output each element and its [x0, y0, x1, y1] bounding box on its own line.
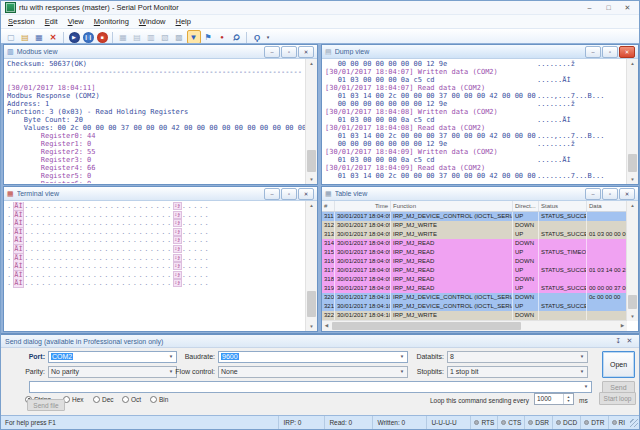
menu-item[interactable]: Window [134, 15, 171, 28]
table-row[interactable]: 31430/01/2017 18:04:09IRP_MJ_READDOWN [322, 239, 627, 248]
stopbits-combobox[interactable]: 1 stop bit▼ [447, 366, 588, 378]
panel-close-icon[interactable]: ✕ [619, 188, 635, 200]
minimize-button[interactable]: – [580, 2, 599, 13]
panel-restore-icon[interactable]: ▫ [281, 188, 297, 200]
menu-item[interactable]: Edit [40, 15, 63, 28]
resize-grip[interactable] [630, 419, 638, 427]
scroll-thumb[interactable] [307, 150, 316, 172]
pin-icon[interactable]: ↧ [613, 337, 624, 345]
scroll-left-icon[interactable]: ◀ [322, 321, 331, 331]
table-row[interactable]: 31830/01/2017 18:04:09IRP_MJ_READDOWN [322, 275, 627, 284]
terminal-vscrollbar[interactable]: ▲ ▼ [305, 201, 317, 331]
menu-item[interactable]: Session [3, 15, 40, 28]
scroll-up-icon[interactable]: ▲ [627, 59, 638, 68]
panel-restore-icon[interactable]: ▫ [281, 46, 297, 58]
zoom-dropdown-icon[interactable]: ▾ [265, 31, 272, 44]
stepper-arrows-icon[interactable]: ▲▼ [563, 394, 573, 404]
panel-minimize-icon[interactable]: – [264, 188, 280, 200]
send-file-button[interactable]: Send file [27, 399, 65, 411]
format-radio[interactable]: Dec [93, 395, 114, 403]
close-button[interactable]: ✕ [618, 2, 637, 13]
scroll-down-icon[interactable]: ▼ [306, 322, 317, 331]
table-row[interactable]: 31330/01/2017 18:04:09IRP_MJ_WRITEUPSTAT… [322, 230, 627, 239]
scroll-thumb[interactable] [332, 322, 521, 330]
open-session-icon[interactable]: ▤ [19, 31, 32, 44]
chevron-down-icon[interactable]: ▼ [581, 382, 591, 392]
new-session-icon[interactable]: ▢ [5, 31, 18, 44]
format-radio[interactable]: Hex [63, 395, 84, 403]
close-session-icon[interactable]: ✕ [47, 31, 60, 44]
panel-close-icon[interactable]: ✕ [298, 188, 314, 200]
loop-interval-stepper[interactable]: 1000▲▼ [534, 393, 574, 405]
close-icon[interactable]: ✕ [624, 337, 635, 345]
table-row[interactable]: 32230/01/2017 18:04:10IRP_MJ_WRITEDOWN [322, 311, 627, 320]
baudrate-combobox[interactable]: 9600▼ [218, 351, 408, 363]
table-vscrollbar[interactable]: ▲ ▼ [626, 201, 638, 321]
table-row[interactable]: 32130/01/2017 18:04:10IRP_MJ_DEVICE_CONT… [322, 302, 627, 311]
panel-minimize-icon[interactable]: – [585, 188, 601, 200]
pause-monitoring-icon[interactable]: ❙❙ [83, 32, 94, 43]
chevron-down-icon[interactable]: ▼ [577, 352, 587, 362]
panel-close-icon[interactable]: ✕ [298, 46, 314, 58]
format-radio[interactable]: Oct [122, 395, 141, 403]
toolbar-separator[interactable] [112, 32, 113, 43]
column-header[interactable]: Direct... [513, 201, 539, 211]
scroll-thumb[interactable] [628, 295, 637, 309]
column-header[interactable]: Data [587, 201, 627, 211]
table-row[interactable]: 31630/01/2017 18:04:09IRP_MJ_READDOWN [322, 257, 627, 266]
column-header[interactable]: # [322, 201, 335, 211]
toolbar-separator[interactable] [63, 32, 64, 43]
scroll-thumb[interactable] [307, 291, 316, 317]
send-command-combobox[interactable]: ▼ [29, 381, 592, 393]
line-view-icon[interactable]: ▩ [173, 31, 186, 44]
save-session-icon[interactable]: ▦ [33, 31, 46, 44]
dump-view-icon[interactable]: ▤ [131, 31, 144, 44]
column-header[interactable]: Status [539, 201, 587, 211]
stop-monitoring-icon[interactable]: ■ [97, 32, 108, 43]
table-view-icon[interactable]: ▧ [159, 31, 172, 44]
scroll-right-icon[interactable]: ▶ [618, 321, 627, 331]
format-radio[interactable]: Bin [150, 395, 168, 403]
zoom-icon[interactable]: Ϙ [251, 31, 264, 44]
filter-setup-icon[interactable]: ▼ [187, 30, 201, 44]
scroll-up-icon[interactable]: ▲ [627, 201, 638, 210]
column-header[interactable]: Time [335, 201, 391, 211]
table-hscrollbar[interactable]: ◀ ▶ [322, 320, 627, 331]
menu-item[interactable]: View [63, 15, 89, 28]
table-row[interactable]: 31930/01/2017 18:04:09IRP_MJ_READUPSTATU… [322, 284, 627, 293]
panel-restore-icon[interactable]: ▫ [602, 46, 618, 58]
scroll-up-icon[interactable]: ▲ [306, 201, 317, 210]
terminal-view-icon[interactable]: ▥ [145, 31, 158, 44]
start-loop-button[interactable]: Start loop [599, 392, 636, 405]
scroll-down-icon[interactable]: ▼ [627, 312, 638, 321]
table-row[interactable]: 32030/01/2017 18:04:10IRP_MJ_DEVICE_CONT… [322, 293, 627, 302]
parity-combobox[interactable]: No parity▼ [48, 366, 177, 378]
panel-close-icon[interactable]: ✕ [619, 46, 635, 58]
panel-minimize-icon[interactable]: – [585, 46, 601, 58]
table-row[interactable]: 31130/01/2017 18:04:09IRP_MJ_DEVICE_CONT… [322, 212, 627, 221]
column-header[interactable]: Function [391, 201, 513, 211]
scroll-thumb[interactable] [628, 154, 637, 172]
scroll-down-icon[interactable]: ▼ [306, 175, 317, 184]
modbus-view-icon[interactable]: ▦ [117, 31, 130, 44]
table-row[interactable]: 31730/01/2017 18:04:09IRP_MJ_READUPSTATU… [322, 266, 627, 275]
port-combobox[interactable]: COM2▼ [48, 351, 177, 363]
scroll-down-icon[interactable]: ▼ [627, 175, 638, 184]
chevron-down-icon[interactable]: ▼ [577, 367, 587, 377]
modbus-vscrollbar[interactable]: ▲ ▼ [305, 59, 317, 184]
toolbar-separator[interactable] [246, 32, 247, 43]
flow-control-combobox[interactable]: None▼ [218, 366, 408, 378]
menu-item[interactable]: Monitoring [89, 15, 134, 28]
table-row[interactable]: 31230/01/2017 18:04:09IRP_MJ_WRITEDOWN [322, 221, 627, 230]
databits-combobox[interactable]: 8▼ [447, 351, 588, 363]
dump-vscrollbar[interactable]: ▲ ▼ [626, 59, 638, 184]
record-icon[interactable]: ● [216, 31, 229, 44]
panel-minimize-icon[interactable]: – [264, 46, 280, 58]
panel-restore-icon[interactable]: ▫ [602, 188, 618, 200]
open-button[interactable]: Open [602, 351, 635, 378]
flag-icon[interactable]: ⚑ [202, 31, 215, 44]
maximize-button[interactable]: □ [599, 2, 618, 13]
start-monitoring-icon[interactable]: ▶ [69, 32, 80, 43]
table-row[interactable]: 31530/01/2017 18:04:09IRP_MJ_READUPSTATU… [322, 248, 627, 257]
scroll-up-icon[interactable]: ▲ [306, 59, 317, 68]
